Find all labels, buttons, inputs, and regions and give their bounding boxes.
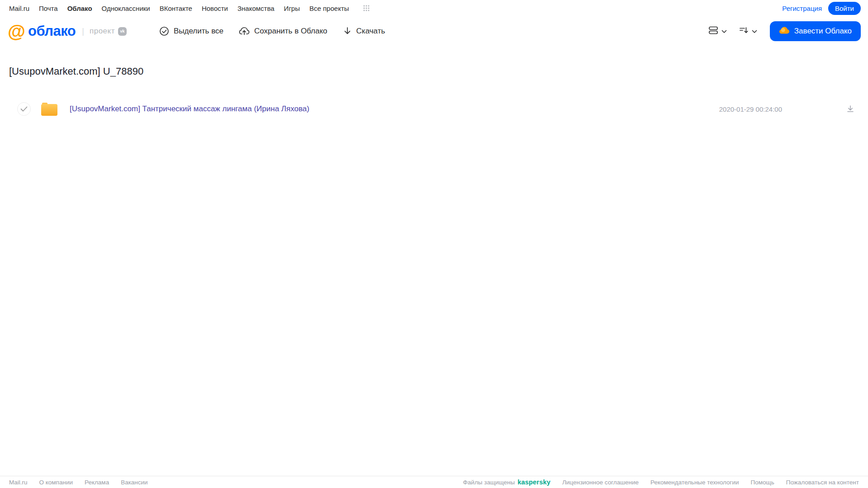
download-label: Скачать bbox=[356, 27, 385, 36]
logo-divider: | bbox=[82, 27, 84, 36]
project-text: проект bbox=[90, 27, 115, 36]
apps-grid-icon[interactable] bbox=[363, 5, 370, 11]
vk-project-label: | проект vk bbox=[82, 27, 127, 36]
cloud-brand-icon bbox=[779, 26, 790, 37]
footer-license[interactable]: Лицензионное соглашение bbox=[562, 479, 639, 486]
select-all-label: Выделить все bbox=[174, 27, 223, 36]
page-footer: Mail.ru О компании Реклама Вакансии Файл… bbox=[0, 476, 868, 488]
nav-vkontakte[interactable]: ВКонтакте bbox=[160, 5, 192, 12]
file-name-link[interactable]: [UsupovMarket.com] Тантрический массаж л… bbox=[70, 104, 309, 114]
footer-right-links: Файлы защищены kaspersky Лицензионное со… bbox=[463, 479, 859, 486]
view-toggle-icon bbox=[708, 26, 718, 37]
cloud-upload-icon bbox=[239, 26, 250, 36]
cloud-header: @ облако | проект vk Выделить все bbox=[0, 16, 868, 46]
file-row[interactable]: [UsupovMarket.com] Тантрический массаж л… bbox=[0, 97, 868, 121]
actions-toolbar: Выделить все Сохранить в Облако bbox=[159, 26, 385, 36]
footer-report[interactable]: Пожаловаться на контент bbox=[786, 479, 859, 486]
chevron-down-icon bbox=[752, 27, 757, 35]
footer-jobs[interactable]: Вакансии bbox=[121, 479, 148, 486]
login-button[interactable]: Войти bbox=[828, 2, 861, 15]
nav-mailru[interactable]: Mail.ru bbox=[9, 5, 29, 12]
main-content: [UsupovMarket.com] U_78890 bbox=[0, 66, 868, 121]
nav-oblako[interactable]: Облако bbox=[67, 5, 92, 12]
vk-logo-icon: vk bbox=[118, 27, 127, 36]
nav-odnoklassniki[interactable]: Одноклассники bbox=[102, 5, 150, 12]
save-to-cloud-button[interactable]: Сохранить в Облако bbox=[239, 26, 327, 36]
nav-novosti[interactable]: Новости bbox=[202, 5, 228, 12]
protected-label: Файлы защищены bbox=[463, 479, 515, 486]
page-title: [UsupovMarket.com] U_78890 bbox=[9, 66, 868, 77]
nav-pochta[interactable]: Почта bbox=[39, 5, 58, 12]
sort-control[interactable] bbox=[739, 26, 757, 37]
nav-znakomstva[interactable]: Знакомства bbox=[237, 5, 275, 12]
register-link[interactable]: Регистрация bbox=[782, 5, 822, 12]
footer-left-links: Mail.ru О компании Реклама Вакансии bbox=[9, 479, 148, 486]
footer-recommendations[interactable]: Рекомендательные технологии bbox=[650, 479, 739, 486]
row-checkbox[interactable] bbox=[17, 102, 31, 116]
footer-ads[interactable]: Реклама bbox=[85, 479, 109, 486]
get-cloud-label: Завести Облако bbox=[794, 27, 852, 36]
mailru-at-icon: @ bbox=[8, 22, 25, 40]
get-cloud-button[interactable]: Завести Облако bbox=[770, 21, 861, 41]
cloud-logo[interactable]: @ облако | проект vk bbox=[8, 22, 127, 40]
portal-topbar: Mail.ru Почта Облако Одноклассники ВКонт… bbox=[0, 0, 868, 16]
footer-help[interactable]: Помощь bbox=[751, 479, 774, 486]
kaspersky-logo[interactable]: kaspersky bbox=[517, 479, 550, 486]
cloud-public-page: Mail.ru Почта Облако Одноклассники ВКонт… bbox=[0, 0, 868, 488]
footer-mailru[interactable]: Mail.ru bbox=[9, 479, 28, 486]
file-date: 2020-01-29 00:24:00 bbox=[719, 105, 782, 113]
folder-icon bbox=[41, 102, 58, 116]
header-right-controls: Завести Облако bbox=[708, 21, 861, 41]
sort-icon bbox=[739, 26, 749, 37]
download-icon bbox=[343, 26, 352, 36]
view-mode-control[interactable] bbox=[708, 26, 727, 37]
portal-nav: Mail.ru Почта Облако Одноклассники ВКонт… bbox=[9, 5, 370, 12]
kaspersky-protection: Файлы защищены kaspersky bbox=[463, 479, 550, 486]
row-download-icon[interactable] bbox=[846, 105, 854, 113]
chevron-down-icon bbox=[721, 27, 727, 35]
nav-vse-proekty[interactable]: Все проекты bbox=[309, 5, 349, 12]
download-button[interactable]: Скачать bbox=[343, 26, 385, 36]
check-circle-icon bbox=[159, 26, 169, 36]
logo-wordmark: облако bbox=[28, 23, 76, 39]
save-to-cloud-label: Сохранить в Облако bbox=[254, 27, 327, 36]
footer-about[interactable]: О компании bbox=[39, 479, 73, 486]
nav-igry[interactable]: Игры bbox=[284, 5, 300, 12]
select-all-button[interactable]: Выделить все bbox=[159, 26, 223, 36]
topbar-auth: Регистрация Войти bbox=[782, 2, 861, 15]
